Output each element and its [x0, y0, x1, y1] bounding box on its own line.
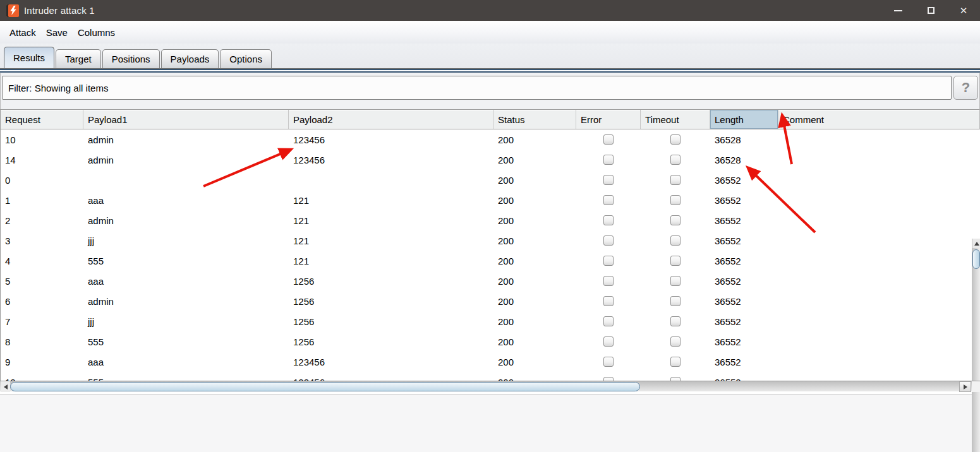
error-checkbox[interactable]: [603, 357, 614, 367]
column-header-status[interactable]: Status: [493, 110, 576, 129]
minimize-button[interactable]: [881, 0, 914, 21]
horizontal-scrollbar[interactable]: [0, 381, 980, 391]
menu-bar: Attack Save Columns: [0, 21, 980, 44]
error-checkbox[interactable]: [603, 316, 614, 326]
error-checkbox[interactable]: [603, 195, 614, 205]
cell-payload2: 123456: [289, 372, 493, 381]
vertical-scroll-thumb[interactable]: [972, 249, 980, 269]
timeout-checkbox[interactable]: [670, 235, 681, 246]
close-button[interactable]: ✕: [947, 0, 980, 21]
title-bar: Intruder attack 1 ✕: [0, 0, 980, 21]
table-row[interactable]: 1 aaa 121 200 36552: [1, 190, 980, 210]
bottom-pane: [0, 391, 980, 452]
column-header-request[interactable]: Request: [1, 110, 83, 129]
cell-request: 7: [1, 311, 83, 331]
timeout-checkbox[interactable]: [670, 175, 681, 185]
results-table-header: Request Payload1 Payload2 Status Error T…: [0, 109, 980, 129]
close-icon: ✕: [960, 6, 968, 15]
timeout-checkbox[interactable]: [670, 134, 681, 145]
cell-request: 12: [1, 372, 83, 381]
cell-payload2: 123456: [289, 129, 493, 150]
timeout-checkbox[interactable]: [670, 256, 681, 266]
error-checkbox[interactable]: [603, 235, 614, 246]
table-row[interactable]: 2 admin 121 200 36552: [1, 210, 980, 230]
timeout-checkbox[interactable]: [670, 195, 681, 205]
menu-attack[interactable]: Attack: [5, 25, 40, 40]
cell-comment: [778, 170, 980, 190]
timeout-checkbox[interactable]: [670, 336, 681, 347]
timeout-checkbox[interactable]: [670, 316, 681, 326]
scroll-up-button[interactable]: [972, 239, 980, 248]
cell-payload1: jjj: [83, 230, 289, 251]
horizontal-scroll-thumb[interactable]: [10, 382, 640, 391]
cell-request: 2: [1, 210, 83, 230]
error-checkbox[interactable]: [603, 336, 614, 347]
help-button[interactable]: ?: [953, 76, 978, 100]
error-checkbox[interactable]: [603, 155, 614, 165]
error-checkbox[interactable]: [603, 296, 614, 306]
tab-results[interactable]: Results: [4, 47, 54, 68]
error-checkbox[interactable]: [603, 215, 614, 225]
cell-request: 8: [1, 331, 83, 352]
cell-comment: [778, 230, 980, 251]
error-checkbox[interactable]: [603, 175, 614, 185]
table-row[interactable]: 0 200 36552: [1, 170, 980, 190]
cell-payload1: admin: [83, 129, 289, 150]
column-header-timeout[interactable]: Timeout: [641, 110, 710, 129]
table-row[interactable]: 6 admin 1256 200 36552: [1, 291, 980, 311]
table-row[interactable]: 7 jjj 1256 200 36552: [1, 311, 980, 331]
cell-status: 200: [493, 129, 576, 150]
table-row[interactable]: 5 aaa 1256 200 36552: [1, 271, 980, 291]
cell-status: 200: [493, 291, 576, 311]
column-header-comment[interactable]: Comment: [778, 110, 979, 129]
column-header-payload1[interactable]: Payload1: [83, 110, 289, 129]
cell-length: 36552: [710, 251, 778, 271]
timeout-checkbox[interactable]: [670, 296, 681, 306]
maximize-button[interactable]: [914, 0, 947, 21]
table-row[interactable]: 3 jjj 121 200 36552: [1, 230, 980, 251]
tab-target[interactable]: Target: [56, 49, 101, 68]
cell-comment: [778, 210, 980, 230]
scroll-right-button[interactable]: [959, 381, 971, 392]
cell-status: 200: [493, 170, 576, 190]
error-checkbox[interactable]: [603, 276, 614, 286]
cell-payload1: 555: [83, 331, 289, 352]
column-header-error[interactable]: Error: [576, 110, 641, 129]
arrow-up-icon: [974, 242, 979, 246]
timeout-checkbox[interactable]: [670, 215, 681, 225]
cell-status: 200: [493, 311, 576, 331]
timeout-checkbox[interactable]: [670, 155, 681, 165]
error-checkbox[interactable]: [603, 134, 614, 145]
cell-request: 9: [1, 352, 83, 372]
column-header-payload2[interactable]: Payload2: [289, 110, 493, 129]
minimize-icon: [894, 10, 902, 11]
menu-columns[interactable]: Columns: [73, 25, 119, 40]
table-row[interactable]: 10 admin 123456 200 36528: [1, 129, 980, 150]
menu-save[interactable]: Save: [42, 25, 72, 40]
cell-length: 36552: [710, 352, 778, 372]
cell-comment: [778, 150, 980, 170]
table-row[interactable]: 14 admin 123456 200 36528: [1, 150, 980, 170]
filter-bar[interactable]: Filter: Showing all items: [2, 76, 952, 100]
vertical-scrollbar[interactable]: [972, 239, 980, 452]
timeout-checkbox[interactable]: [670, 357, 681, 367]
column-header-length[interactable]: Length: [710, 110, 778, 129]
tab-options[interactable]: Options: [220, 49, 272, 68]
cell-length: 36552: [710, 291, 778, 311]
table-row[interactable]: 12 555 123456 200 36552: [1, 372, 980, 381]
cell-payload1: jjj: [83, 311, 289, 331]
table-row[interactable]: 4 555 121 200 36552: [1, 251, 980, 271]
cell-payload2: 121: [289, 190, 493, 210]
table-row[interactable]: 8 555 1256 200 36552: [1, 331, 980, 352]
timeout-checkbox[interactable]: [670, 276, 681, 286]
cell-comment: [778, 372, 980, 381]
intruder-attack-window: Intruder attack 1 ✕ Attack Save Columns …: [0, 0, 980, 452]
tab-payloads[interactable]: Payloads: [161, 49, 219, 68]
cell-status: 200: [493, 331, 576, 352]
table-row[interactable]: 9 aaa 123456 200 36552: [1, 352, 980, 372]
scrollbar-corner: [972, 381, 980, 392]
error-checkbox[interactable]: [603, 256, 614, 266]
scroll-left-button[interactable]: [1, 381, 10, 392]
cell-length: 36552: [710, 230, 778, 251]
tab-positions[interactable]: Positions: [102, 49, 160, 68]
